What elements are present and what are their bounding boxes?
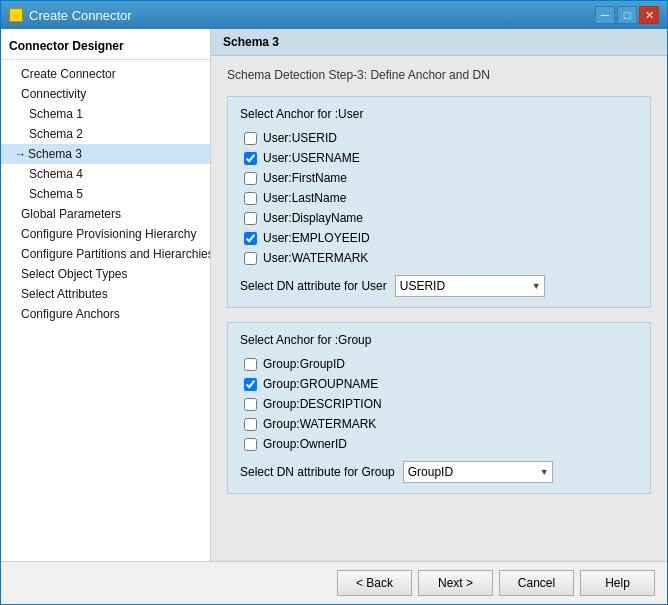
sidebar: Connector Designer Create Connector Conn… [1, 29, 211, 561]
main-window: Create Connector ─ □ ✕ Connector Designe… [0, 0, 668, 605]
sidebar-item-schema-2[interactable]: Schema 2 [1, 124, 210, 144]
checkbox-label-user-watermark: User:WATERMARK [263, 251, 368, 265]
user-anchor-section: Select Anchor for :User User:USERID User… [227, 96, 651, 308]
sidebar-item-label: Schema 3 [28, 147, 82, 161]
checkbox-group-description[interactable] [244, 398, 257, 411]
close-button[interactable]: ✕ [639, 6, 659, 24]
checkbox-row-group-ownerid: Group:OwnerID [240, 437, 638, 451]
sidebar-item-label: Configure Anchors [21, 307, 120, 321]
checkbox-label-user-firstname: User:FirstName [263, 171, 347, 185]
sidebar-item-label: Schema 4 [29, 167, 83, 181]
checkbox-user-lastname[interactable] [244, 192, 257, 205]
dn-select-group[interactable]: GroupID GROUPNAME DESCRIPTION WATERMARK … [403, 461, 553, 483]
sidebar-item-schema-4[interactable]: Schema 4 [1, 164, 210, 184]
checkbox-label-group-watermark: Group:WATERMARK [263, 417, 376, 431]
sidebar-title: Connector Designer [1, 35, 210, 60]
checkbox-group-ownerid[interactable] [244, 438, 257, 451]
checkbox-label-group-groupid: Group:GroupID [263, 357, 345, 371]
sidebar-item-configure-anchors[interactable]: Configure Anchors [1, 304, 210, 324]
checkbox-row-user-watermark: User:WATERMARK [240, 251, 638, 265]
sidebar-item-label: Schema 1 [29, 107, 83, 121]
group-anchor-title: Select Anchor for :Group [240, 333, 638, 347]
sidebar-item-label: Select Attributes [21, 287, 108, 301]
next-button[interactable]: Next > [418, 570, 493, 596]
checkbox-label-user-displayname: User:DisplayName [263, 211, 363, 225]
dn-row-group: Select DN attribute for Group GroupID GR… [240, 461, 638, 483]
window-title: Create Connector [29, 8, 132, 23]
checkbox-row-user-username: User:USERNAME [240, 151, 638, 165]
sidebar-item-label: Configure Partitions and Hierarchies [21, 247, 211, 261]
sidebar-item-label: Select Object Types [21, 267, 128, 281]
title-bar: Create Connector ─ □ ✕ [1, 1, 667, 29]
sidebar-item-schema-1[interactable]: Schema 1 [1, 104, 210, 124]
checkbox-label-user-employeeid: User:EMPLOYEEID [263, 231, 370, 245]
checkbox-user-watermark[interactable] [244, 252, 257, 265]
checkbox-label-user-userid: User:USERID [263, 131, 337, 145]
help-button[interactable]: Help [580, 570, 655, 596]
checkbox-label-user-lastname: User:LastName [263, 191, 346, 205]
checkbox-user-username[interactable] [244, 152, 257, 165]
panel-header: Schema 3 [211, 29, 667, 56]
checkbox-user-userid[interactable] [244, 132, 257, 145]
minimize-button[interactable]: ─ [595, 6, 615, 24]
checkbox-row-group-groupname: Group:GROUPNAME [240, 377, 638, 391]
dn-select-wrapper-user: USERID USERNAME FirstName LastName Displ… [395, 275, 545, 297]
user-anchor-title: Select Anchor for :User [240, 107, 638, 121]
group-anchor-section: Select Anchor for :Group Group:GroupID G… [227, 322, 651, 494]
dn-select-user[interactable]: USERID USERNAME FirstName LastName Displ… [395, 275, 545, 297]
checkbox-label-user-username: User:USERNAME [263, 151, 360, 165]
checkbox-row-user-userid: User:USERID [240, 131, 638, 145]
sidebar-item-connectivity[interactable]: Connectivity [1, 84, 210, 104]
sidebar-item-label: Connectivity [21, 87, 86, 101]
dn-select-wrapper-group: GroupID GROUPNAME DESCRIPTION WATERMARK … [403, 461, 553, 483]
sidebar-item-label: Configure Provisioning Hierarchy [21, 227, 196, 241]
sidebar-item-label: Global Parameters [21, 207, 121, 221]
title-bar-controls: ─ □ ✕ [595, 6, 659, 24]
sidebar-item-select-attributes[interactable]: Select Attributes [1, 284, 210, 304]
title-bar-left: Create Connector [9, 8, 132, 23]
back-button[interactable]: < Back [337, 570, 412, 596]
sidebar-item-schema-3[interactable]: Schema 3 [1, 144, 210, 164]
checkbox-group-groupid[interactable] [244, 358, 257, 371]
checkbox-row-group-groupid: Group:GroupID [240, 357, 638, 371]
main-content: Connector Designer Create Connector Conn… [1, 29, 667, 561]
dn-label-user: Select DN attribute for User [240, 279, 387, 293]
right-panel: Schema 3 Schema Detection Step-3: Define… [211, 29, 667, 561]
checkbox-row-user-firstname: User:FirstName [240, 171, 638, 185]
step-description: Schema Detection Step-3: Define Anchor a… [227, 68, 651, 82]
panel-body: Schema Detection Step-3: Define Anchor a… [211, 56, 667, 561]
footer: < Back Next > Cancel Help [1, 561, 667, 604]
checkbox-row-user-employeeid: User:EMPLOYEEID [240, 231, 638, 245]
dn-label-group: Select DN attribute for Group [240, 465, 395, 479]
checkbox-user-displayname[interactable] [244, 212, 257, 225]
sidebar-item-global-parameters[interactable]: Global Parameters [1, 204, 210, 224]
maximize-button[interactable]: □ [617, 6, 637, 24]
checkbox-row-group-description: Group:DESCRIPTION [240, 397, 638, 411]
sidebar-item-create-connector[interactable]: Create Connector [1, 64, 210, 84]
checkbox-row-user-displayname: User:DisplayName [240, 211, 638, 225]
checkbox-user-firstname[interactable] [244, 172, 257, 185]
cancel-button[interactable]: Cancel [499, 570, 574, 596]
checkbox-label-group-ownerid: Group:OwnerID [263, 437, 347, 451]
checkbox-group-watermark[interactable] [244, 418, 257, 431]
sidebar-item-label: Create Connector [21, 67, 116, 81]
app-icon [9, 8, 23, 22]
sidebar-item-configure-partitions[interactable]: Configure Partitions and Hierarchies [1, 244, 210, 264]
checkbox-user-employeeid[interactable] [244, 232, 257, 245]
checkbox-row-user-lastname: User:LastName [240, 191, 638, 205]
checkbox-label-group-groupname: Group:GROUPNAME [263, 377, 378, 391]
checkbox-row-group-watermark: Group:WATERMARK [240, 417, 638, 431]
checkbox-group-groupname[interactable] [244, 378, 257, 391]
dn-row-user: Select DN attribute for User USERID USER… [240, 275, 638, 297]
sidebar-item-schema-5[interactable]: Schema 5 [1, 184, 210, 204]
sidebar-item-label: Schema 2 [29, 127, 83, 141]
checkbox-label-group-description: Group:DESCRIPTION [263, 397, 382, 411]
sidebar-item-configure-provisioning[interactable]: Configure Provisioning Hierarchy [1, 224, 210, 244]
sidebar-item-label: Schema 5 [29, 187, 83, 201]
sidebar-item-select-object-types[interactable]: Select Object Types [1, 264, 210, 284]
